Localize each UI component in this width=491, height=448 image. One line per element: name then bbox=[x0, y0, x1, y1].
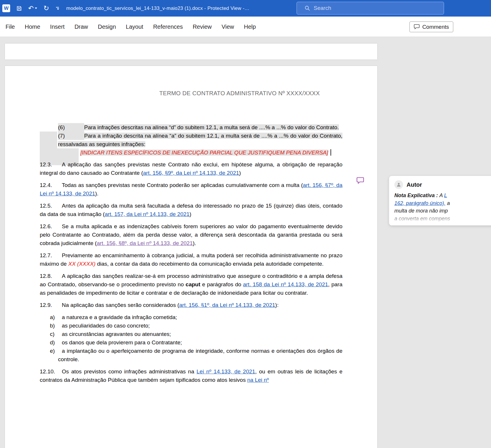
text-run: multa de mora não imp bbox=[394, 208, 448, 214]
ribbon-tab-design[interactable]: Design bbox=[93, 17, 121, 37]
doc-paragraph[interactable]: a)a natureza e a gravidade da infração c… bbox=[58, 313, 342, 321]
text-run: [INDICAR ITENS ESPECÍFICOS DE INEXECUÇÃO… bbox=[80, 150, 328, 156]
doc-paragraph[interactable]: (6)Para infrações descritas na alínea “d… bbox=[58, 123, 342, 132]
comments-button[interactable]: Comments bbox=[409, 21, 453, 32]
text-run: caput bbox=[186, 281, 201, 287]
doc-paragraph[interactable]: (7)Para a infração descrita na alínea “a… bbox=[58, 132, 342, 148]
text-run: a implantação ou o aperfeiçoamento de pr… bbox=[58, 348, 342, 362]
document-canvas[interactable]: TERMO DE CONTRATO ADMINISTRATIVO Nº XXXX… bbox=[0, 37, 491, 448]
paragraph-number: 12.5. bbox=[40, 201, 62, 210]
text-run: Os atos previstos como infrações adminis… bbox=[62, 368, 196, 375]
undo-dropdown-icon[interactable] bbox=[35, 8, 37, 9]
doc-paragraph[interactable]: d)os danos que dela provierem para o Con… bbox=[58, 338, 342, 347]
text-run: Para a infração descrita na alínea “a” d… bbox=[58, 133, 342, 147]
doc-paragraph[interactable]: e)a implantação ou o aperfeiçoamento de … bbox=[58, 347, 342, 364]
search-box[interactable] bbox=[297, 2, 444, 15]
highlight-gutter bbox=[40, 132, 57, 140]
text-run: ). bbox=[193, 240, 196, 246]
paragraph-number: 12.10. bbox=[40, 367, 62, 376]
note-link[interactable]: L bbox=[444, 192, 447, 198]
doc-title: TERMO DE CONTRATO ADMINISTRATIVO Nº XXXX… bbox=[159, 89, 342, 98]
comment-body: Nota Explicativa : A L162, parágrafo úni… bbox=[394, 192, 491, 222]
text-run: a bbox=[445, 200, 450, 206]
text-run: ) bbox=[239, 170, 241, 176]
document-page[interactable]: TERMO DE CONTRATO ADMINISTRATIVO Nº XXXX… bbox=[5, 66, 377, 448]
doc-link[interactable]: art. 156, §8º, da Lei nº 14.133, de 2021 bbox=[97, 240, 193, 246]
ribbon-tab-review[interactable]: Review bbox=[188, 17, 217, 37]
text-run: os danos que dela provierem para o Contr… bbox=[62, 339, 182, 346]
doc-paragraph[interactable]: b)as peculiaridades do caso concreto; bbox=[58, 321, 342, 330]
word-app-icon[interactable]: W bbox=[2, 4, 10, 12]
highlight-gutter bbox=[40, 140, 57, 148]
doc-paragraph[interactable]: 12.8.A aplicação das sanções realizar-se… bbox=[40, 272, 342, 297]
search-input[interactable] bbox=[314, 5, 424, 11]
paragraph-number: c) bbox=[50, 330, 62, 338]
doc-paragraph[interactable]: 12.5.Antes da aplicação da multa será fa… bbox=[40, 201, 342, 218]
paragraph-number: (6) bbox=[58, 123, 84, 132]
comment-marker-icon[interactable] bbox=[356, 177, 364, 184]
save-icon[interactable] bbox=[15, 4, 23, 13]
avatar bbox=[394, 180, 403, 189]
comment-author: Autor bbox=[407, 181, 422, 188]
doc-paragraph[interactable]: 12.9.Na aplicação das sanções serão cons… bbox=[40, 301, 342, 309]
redo-button[interactable]: ↻ bbox=[42, 4, 50, 13]
titlebar: W ↶ ↻ modelo_contrato_tic_servicos_lei_1… bbox=[0, 0, 491, 17]
paragraph-number: 12.9. bbox=[40, 301, 62, 309]
doc-paragraph[interactable]: 12.3.A aplicação das sanções previstas n… bbox=[40, 160, 342, 177]
comment-card[interactable]: Autor Nota Explicativa : A L162, parágra… bbox=[389, 176, 491, 226]
ribbon-tab-references[interactable]: References bbox=[148, 17, 188, 37]
search-icon bbox=[304, 5, 310, 11]
comments-button-label: Comments bbox=[422, 24, 449, 30]
comment-line: Nota Explicativa : A L bbox=[394, 192, 491, 199]
text-run: XX (XXXX) bbox=[68, 261, 95, 267]
text-run: ). bbox=[95, 190, 99, 197]
paragraph-number: (7) bbox=[58, 132, 84, 140]
doc-paragraph[interactable]: c)as circunstâncias agravantes ou atenua… bbox=[58, 330, 342, 338]
note-link[interactable]: 162, parágrafo único), bbox=[394, 200, 445, 206]
paragraph-number: 12.3. bbox=[40, 160, 62, 169]
paragraph-number: a) bbox=[50, 313, 62, 321]
ribbon-tabs: FileHomeInsertDrawDesignLayoutReferences… bbox=[1, 17, 261, 37]
doc-link[interactable]: na Lei nº bbox=[247, 377, 269, 383]
ribbon-tab-insert[interactable]: Insert bbox=[45, 17, 70, 37]
text-run: ): bbox=[275, 302, 279, 308]
paragraph-number: b) bbox=[50, 321, 62, 330]
text-cursor bbox=[331, 149, 331, 156]
doc-link[interactable]: art. 157, da Lei nº 14.133, de 2021 bbox=[105, 211, 189, 217]
text-run: ) bbox=[189, 211, 191, 217]
paragraph-number: 12.8. bbox=[40, 272, 62, 280]
comment-line: a converta em compens bbox=[394, 215, 491, 223]
ribbon-tab-help[interactable]: Help bbox=[239, 17, 261, 37]
ribbon-tab-home[interactable]: Home bbox=[20, 17, 45, 37]
text-run: a converta em compens bbox=[394, 216, 450, 222]
doc-paragraph[interactable]: 12.10.Os atos previstos como infrações a… bbox=[40, 367, 342, 384]
doc-paragraph[interactable]: 12.7.Previamente ao encaminhamento à cob… bbox=[40, 251, 342, 268]
ribbon-tab-view[interactable]: View bbox=[216, 17, 239, 37]
doc-link[interactable]: Lei nº 14.133, de 2021 bbox=[196, 368, 255, 375]
paragraph-number: 12.7. bbox=[40, 251, 62, 260]
comment-icon bbox=[414, 24, 420, 30]
doc-link[interactable]: art. 156, §9º, da Lei nº 14.133, de 2021 bbox=[143, 170, 239, 176]
previous-page-bottom bbox=[5, 44, 377, 60]
window-title: modelo_contrato_tic_servicos_lei_14-133_… bbox=[66, 6, 249, 11]
ribbon-tab-file[interactable]: File bbox=[1, 17, 20, 37]
paragraph-number: d) bbox=[50, 338, 62, 347]
doc-paragraph[interactable]: [INDICAR ITENS ESPECÍFICOS DE INEXECUÇÃO… bbox=[80, 148, 342, 157]
text-run: Nota Explicativa : bbox=[394, 192, 439, 198]
text-run: dias, a contar da data do recebimento da… bbox=[95, 261, 324, 267]
paragraph-number: e) bbox=[50, 347, 62, 355]
quick-access-toggle-icon[interactable] bbox=[56, 7, 59, 10]
text-run: e parágrafos do bbox=[200, 281, 243, 287]
doc-paragraph[interactable]: 12.6.Se a multa aplicada e as indenizaçõ… bbox=[40, 222, 342, 247]
doc-link[interactable]: art. 158 da Lei nº 14.133, de 2021 bbox=[243, 281, 328, 287]
text-run: Todas as sanções previstas neste Contrat… bbox=[62, 182, 303, 188]
ribbon-tab-draw[interactable]: Draw bbox=[70, 17, 93, 37]
doc-paragraph[interactable]: 12.4.Todas as sanções previstas neste Co… bbox=[40, 181, 342, 198]
text-run: Na aplicação das sanções serão considera… bbox=[62, 302, 179, 308]
ribbon: FileHomeInsertDrawDesignLayoutReferences… bbox=[0, 17, 491, 37]
undo-button[interactable]: ↶ bbox=[28, 4, 37, 13]
text-run: as circunstâncias agravantes ou atenuant… bbox=[62, 331, 171, 337]
ribbon-tab-layout[interactable]: Layout bbox=[121, 17, 148, 37]
highlight-gutter bbox=[40, 148, 79, 157]
doc-link[interactable]: art. 156, §1º, da Lei nº 14.133, de 2021 bbox=[179, 302, 275, 308]
